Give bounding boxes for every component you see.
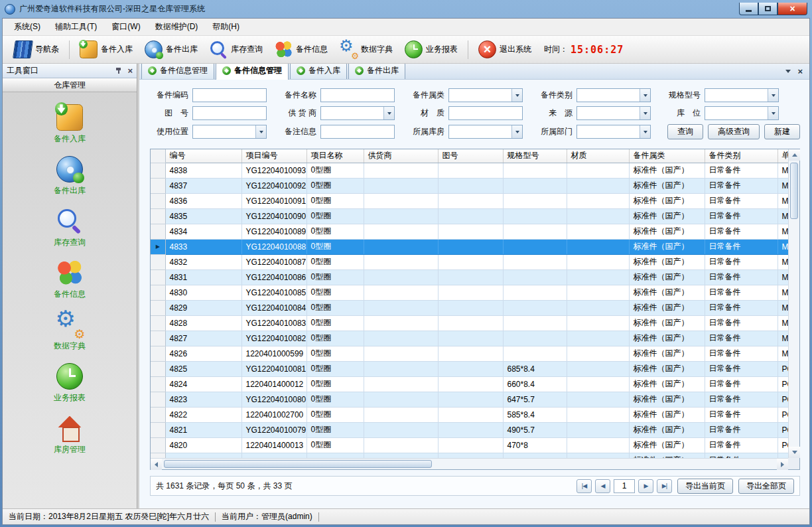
menu-item-4[interactable]: 帮助(H) bbox=[205, 19, 247, 35]
tool-window-close-icon[interactable] bbox=[127, 66, 133, 75]
prev-page-button[interactable]: ◀ bbox=[595, 479, 610, 493]
page-number-input[interactable] bbox=[614, 479, 635, 493]
column-header[interactable]: 项目编号 bbox=[241, 149, 306, 163]
chevron-down-icon[interactable] bbox=[383, 107, 394, 119]
column-header[interactable]: 编号 bbox=[165, 149, 241, 163]
first-page-button[interactable]: |◀ bbox=[576, 479, 592, 493]
column-header[interactable]: 规格型号 bbox=[503, 149, 567, 163]
column-header[interactable]: 图号 bbox=[438, 149, 503, 163]
row-selector[interactable] bbox=[151, 346, 165, 361]
sidebar-item-parts-out[interactable]: 备件出库 bbox=[44, 153, 95, 199]
row-selector[interactable] bbox=[151, 269, 165, 285]
table-row[interactable]: 4832YG122040100870型圈标准件（国产）日常备件M bbox=[151, 254, 788, 269]
row-selector[interactable] bbox=[151, 178, 165, 193]
vertical-scroll-thumb[interactable] bbox=[790, 163, 798, 219]
input-remark[interactable] bbox=[320, 125, 395, 139]
horizontal-scroll-thumb[interactable] bbox=[164, 460, 432, 468]
sidebar-item-business-report[interactable]: 业务报表 bbox=[44, 360, 95, 406]
sidebar-item-parts-info[interactable]: 备件信息 bbox=[44, 257, 95, 303]
menu-item-3[interactable]: 数据维护(D) bbox=[148, 19, 206, 35]
row-selector[interactable] bbox=[151, 407, 165, 422]
chevron-down-icon[interactable] bbox=[640, 89, 650, 102]
table-row[interactable]: 482212204010027000型圈585*8.4标准件（国产）日常备件PC bbox=[151, 407, 788, 422]
menu-item-0[interactable]: 系统(S) bbox=[7, 19, 48, 35]
chevron-down-icon[interactable] bbox=[768, 107, 778, 119]
row-selector[interactable] bbox=[151, 361, 165, 376]
column-header[interactable]: 备件属类 bbox=[629, 149, 705, 163]
toolbar-button-data-dict[interactable]: 数据字典 bbox=[334, 38, 399, 61]
column-header[interactable]: 项目名称 bbox=[306, 149, 364, 163]
column-header[interactable]: 备件类别 bbox=[705, 149, 778, 163]
sidebar-item-stock-query[interactable]: 库存查询 bbox=[44, 205, 95, 251]
table-row[interactable]: 4825YG122040100810型圈685*8.4标准件（国产）日常备件PC bbox=[151, 361, 788, 376]
horizontal-scrollbar[interactable] bbox=[151, 458, 788, 469]
column-header[interactable]: 材质 bbox=[567, 149, 629, 163]
toolbar-button-parts-info[interactable]: 备件信息 bbox=[269, 38, 334, 61]
row-selector[interactable]: ▶ bbox=[151, 239, 165, 254]
row-selector[interactable] bbox=[151, 376, 165, 392]
row-selector[interactable] bbox=[151, 437, 165, 453]
toolbar-button-stock-query[interactable]: 库存查询 bbox=[204, 38, 269, 61]
chevron-down-icon[interactable] bbox=[511, 125, 522, 138]
sidebar-group-header[interactable]: 仓库管理 bbox=[3, 78, 137, 92]
pin-icon[interactable] bbox=[115, 67, 122, 74]
table-row[interactable]: 4835YG122040100900型圈标准件（国产）日常备件M bbox=[151, 208, 788, 224]
scroll-right-icon[interactable] bbox=[777, 459, 788, 470]
row-selector[interactable] bbox=[151, 331, 165, 346]
combo-source[interactable] bbox=[576, 106, 651, 120]
table-row[interactable]: 4831YG122040100860型圈标准件（国产）日常备件M bbox=[151, 269, 788, 285]
row-selector[interactable] bbox=[151, 224, 165, 239]
row-selector[interactable] bbox=[151, 285, 165, 300]
sidebar-item-warehouse-mgmt[interactable]: 库房管理 bbox=[44, 412, 95, 458]
tab-list-dropdown-icon[interactable] bbox=[785, 70, 791, 73]
sidebar-item-data-dict[interactable]: 数据字典 bbox=[44, 309, 95, 354]
chevron-down-icon[interactable] bbox=[640, 107, 650, 119]
row-selector[interactable] bbox=[151, 422, 165, 437]
table-row[interactable]: 4821YG122040100790型圈490*5.7标准件（国产）日常备件PC bbox=[151, 422, 788, 437]
combo-part-category[interactable] bbox=[448, 88, 523, 102]
combo-location[interactable] bbox=[705, 106, 779, 120]
input-part-name[interactable] bbox=[320, 88, 395, 102]
combo-part-type[interactable] bbox=[576, 88, 651, 102]
table-row[interactable]: 482412204014000120型圈660*8.4标准件（国产）日常备件PC bbox=[151, 376, 788, 392]
next-page-button[interactable]: ▶ bbox=[638, 479, 653, 493]
maximize-button[interactable] bbox=[758, 3, 778, 15]
combo-warehouse[interactable] bbox=[448, 125, 523, 139]
toolbar-button-parts-in[interactable]: 备件入库 bbox=[74, 38, 139, 61]
tab-parts-out[interactable]: 备件出库 bbox=[348, 64, 405, 79]
table-row[interactable]: 482612204010005990型圈标准件（国产）日常备件M bbox=[151, 346, 788, 361]
export-current-page-button[interactable]: 导出当前页 bbox=[677, 479, 733, 494]
export-all-pages-button[interactable]: 导出全部页 bbox=[738, 479, 794, 494]
sidebar-item-parts-in[interactable]: 备件入库 bbox=[44, 102, 95, 147]
chevron-down-icon[interactable] bbox=[640, 125, 650, 138]
last-page-button[interactable]: ▶| bbox=[657, 479, 672, 493]
combo-supplier[interactable] bbox=[320, 106, 395, 120]
scroll-down-icon[interactable] bbox=[789, 447, 800, 458]
chevron-down-icon[interactable] bbox=[768, 89, 778, 102]
input-part-code[interactable] bbox=[192, 88, 267, 102]
table-row[interactable]: 4837YG122040100920型圈标准件（国产）日常备件M bbox=[151, 178, 788, 193]
new-button[interactable]: 新建 bbox=[764, 124, 800, 139]
scroll-left-icon[interactable] bbox=[151, 459, 162, 470]
vertical-scrollbar[interactable] bbox=[788, 149, 799, 458]
row-selector[interactable] bbox=[151, 453, 165, 458]
toolbar-button-business-report[interactable]: 业务报表 bbox=[399, 38, 464, 61]
table-row[interactable]: 4830YG122040100850型圈标准件（国产）日常备件M bbox=[151, 285, 788, 300]
row-selector[interactable] bbox=[151, 254, 165, 269]
table-row[interactable]: 4836YG122040100910型圈标准件（国产）日常备件M bbox=[151, 193, 788, 208]
table-row[interactable]: 4829YG122040100840型圈标准件（国产）日常备件M bbox=[151, 300, 788, 315]
query-button[interactable]: 查询 bbox=[667, 124, 703, 139]
table-row[interactable]: 4828YG122040100830型圈标准件（国产）日常备件M bbox=[151, 315, 788, 331]
input-material[interactable] bbox=[448, 106, 523, 120]
row-selector[interactable] bbox=[151, 208, 165, 224]
tab-close-icon[interactable] bbox=[797, 67, 803, 76]
table-row[interactable]: 4834YG122040100890型圈标准件（国产）日常备件M bbox=[151, 224, 788, 239]
combo-department[interactable] bbox=[576, 125, 651, 139]
chevron-down-icon[interactable] bbox=[255, 125, 266, 138]
table-row[interactable]: 4827YG122040100820型圈标准件（国产）日常备件M bbox=[151, 331, 788, 346]
tab-parts-info-mgmt-2[interactable]: 备件信息管理 bbox=[216, 64, 289, 80]
toolbar-button-exit-system[interactable]: 退出系统 bbox=[472, 38, 537, 61]
menu-item-1[interactable]: 辅助工具(T) bbox=[48, 19, 104, 35]
toolbar-button-parts-out[interactable]: 备件出库 bbox=[139, 38, 204, 61]
combo-usage-position[interactable] bbox=[192, 125, 267, 139]
